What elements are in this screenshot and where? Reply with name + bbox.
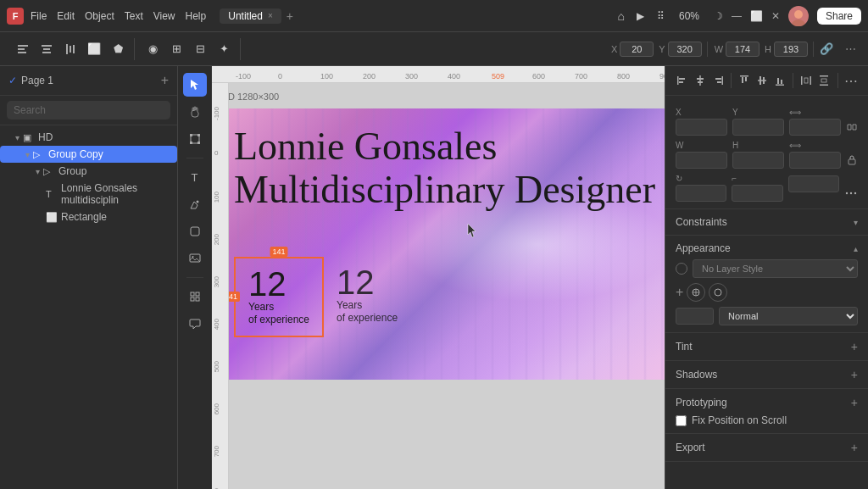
- mask-icon[interactable]: [687, 283, 705, 302]
- align-sep-1: [731, 73, 732, 88]
- fix-position-checkbox[interactable]: [676, 415, 687, 426]
- align-center-v-btn[interactable]: [755, 71, 770, 90]
- h-field-input[interactable]: 193: [732, 152, 784, 169]
- corner-input[interactable]: 8: [732, 185, 782, 202]
- xscale-input[interactable]: [789, 119, 841, 136]
- stat-box-1[interactable]: 141 141 12 Years of experience: [234, 257, 324, 337]
- active-tab[interactable]: Untitled ×: [220, 8, 281, 24]
- tint-header[interactable]: Tint +: [676, 340, 858, 353]
- grid-view-btn[interactable]: ⊞: [165, 38, 187, 60]
- stat1-number: 12: [248, 267, 309, 301]
- tab-close-btn[interactable]: ×: [268, 11, 273, 20]
- tab-add-btn[interactable]: +: [287, 9, 293, 23]
- comment-tool[interactable]: [183, 312, 207, 336]
- tint-add-btn[interactable]: +: [851, 340, 858, 353]
- w-coord-pair: W: [715, 42, 760, 57]
- maximize-btn[interactable]: ⬜: [750, 10, 763, 22]
- shadows-add-btn[interactable]: +: [851, 368, 858, 381]
- align-left-btn[interactable]: [676, 71, 690, 90]
- subtract-icon[interactable]: [709, 283, 727, 302]
- h-input[interactable]: [774, 42, 808, 57]
- more-align-btn[interactable]: ⋯: [843, 71, 858, 90]
- minimize-btn[interactable]: —: [732, 10, 742, 22]
- moon-icon[interactable]: ☽: [714, 10, 723, 22]
- layer-rectangle[interactable]: ⬜ Rectangle: [0, 208, 177, 225]
- align-bottom-btn[interactable]: ⬟: [107, 38, 129, 60]
- dummy-input[interactable]: [788, 175, 839, 192]
- image-tool[interactable]: [183, 247, 207, 270]
- lock-aspect-btn[interactable]: 🔗: [815, 38, 837, 60]
- export-header[interactable]: Export +: [676, 441, 858, 454]
- y-coord-pair: Y: [659, 42, 701, 57]
- align-left-btn[interactable]: [12, 38, 34, 60]
- svg-point-51: [846, 192, 848, 194]
- lock-ratio-input[interactable]: [789, 152, 841, 169]
- sidebar-header: ✓ Page 1 +: [0, 66, 177, 96]
- home-icon[interactable]: ⌂: [618, 9, 625, 23]
- layer-group[interactable]: ▾ ▷ Group: [0, 163, 177, 180]
- shape-tool[interactable]: [183, 219, 207, 243]
- constraints-header[interactable]: Constraints ▾: [676, 216, 858, 228]
- expand-arrow-hd: ▾: [15, 133, 19, 142]
- menu-file[interactable]: File: [31, 10, 47, 22]
- menu-help[interactable]: Help: [186, 10, 207, 22]
- type-tool[interactable]: T: [183, 165, 207, 189]
- shadows-header[interactable]: Shadows +: [676, 368, 858, 381]
- add-page-btn[interactable]: +: [161, 73, 169, 88]
- slice-tool[interactable]: [183, 285, 207, 308]
- distribute-h-btn[interactable]: [799, 71, 814, 90]
- layer-hd[interactable]: ▾ ▣ HD: [0, 129, 177, 146]
- pen-tool[interactable]: [183, 192, 207, 216]
- align-center-h-btn[interactable]: [693, 71, 708, 90]
- y-field-input[interactable]: 320: [732, 119, 784, 136]
- fix-position-label: Fix Position on Scroll: [692, 414, 787, 426]
- align-right-btn[interactable]: [711, 71, 726, 90]
- menu-text[interactable]: Text: [125, 10, 143, 22]
- align-middle-btn[interactable]: ⬜: [83, 38, 105, 60]
- menu-view[interactable]: View: [153, 10, 175, 22]
- align-top-btn[interactable]: [737, 71, 752, 90]
- x-input[interactable]: [620, 42, 654, 57]
- symbol-btn[interactable]: ✦: [213, 38, 235, 60]
- preview-btn[interactable]: ⊟: [189, 38, 211, 60]
- search-bar: [0, 96, 177, 125]
- scale-tool[interactable]: [183, 127, 207, 151]
- hand-tool[interactable]: [183, 100, 207, 124]
- y-input[interactable]: [668, 42, 702, 57]
- export-title: Export: [676, 442, 705, 453]
- grid-icon[interactable]: ⠿: [657, 10, 665, 22]
- menu-object[interactable]: Object: [85, 10, 114, 22]
- layer-group-copy[interactable]: ▾ ▷ Group Copy: [0, 146, 177, 163]
- blend-mode-select[interactable]: Normal: [719, 307, 858, 325]
- export-add-btn[interactable]: +: [851, 441, 858, 454]
- play-button[interactable]: ▶: [633, 8, 648, 24]
- w-input[interactable]: [726, 42, 760, 57]
- menu-edit[interactable]: Edit: [57, 10, 75, 22]
- opacity-input[interactable]: 100%: [676, 308, 714, 325]
- share-button[interactable]: Share: [817, 8, 861, 25]
- rotation-input[interactable]: 0°: [676, 185, 726, 202]
- layer-style-select[interactable]: No Layer Style: [693, 259, 858, 278]
- x-field-input[interactable]: 20: [676, 119, 727, 136]
- search-input[interactable]: [7, 101, 170, 119]
- stat-box-2[interactable]: 12 Years of experience: [324, 257, 410, 337]
- svg-rect-35: [740, 75, 748, 77]
- prototyping-add-btn[interactable]: +: [851, 396, 858, 409]
- align-top-btn[interactable]: [59, 38, 81, 60]
- align-bottom-btn[interactable]: [773, 71, 787, 90]
- layer-text[interactable]: T Lonnie Gonsales multidisciplin: [0, 180, 177, 208]
- hd-frame[interactable]: Lonnie Gonsales Multidisciplinary Design…: [229, 108, 665, 380]
- w-field-input[interactable]: 174: [676, 152, 727, 169]
- topbar: F File Edit Object Text View Help Untitl…: [0, 0, 868, 32]
- pointer-tool[interactable]: [183, 73, 207, 97]
- align-center-btn[interactable]: [36, 38, 58, 60]
- prototyping-header[interactable]: Prototyping +: [676, 396, 858, 409]
- zoom-label[interactable]: 60%: [673, 10, 705, 22]
- component-btn[interactable]: ◉: [142, 38, 164, 60]
- ruler-mark: 200: [363, 72, 376, 81]
- add-style-plus[interactable]: +: [676, 286, 683, 299]
- appearance-header[interactable]: Appearance ▴: [676, 242, 858, 254]
- more-options-btn[interactable]: ⋯: [839, 38, 861, 60]
- close-btn[interactable]: ✕: [771, 10, 780, 22]
- distribute-v-btn[interactable]: [817, 71, 832, 90]
